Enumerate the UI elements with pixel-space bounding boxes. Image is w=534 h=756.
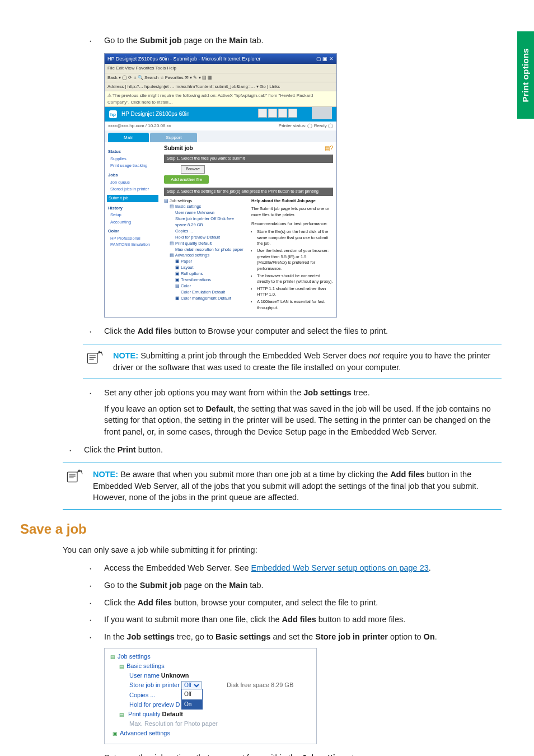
tree-advanced[interactable]: Advanced settings <box>113 729 311 738</box>
tree-max-res: Max. Resolution for Photo paper <box>129 719 311 729</box>
note-icon <box>86 350 104 366</box>
ews-status-row: xxxx@xxx.hp.com / 10.20.08.xxPrinter sta… <box>105 122 336 130</box>
ie-addressbar: Address | http://… hp.designjet … index.… <box>105 82 336 91</box>
save-steps-2: Set any other job options that you want … <box>83 752 502 756</box>
save-steps: Access the Embedded Web Server. See Embe… <box>83 562 502 642</box>
ie-infobar: ⚠ The previous site might require the fo… <box>105 91 336 107</box>
note-icon <box>66 469 84 484</box>
ie-toolbar: Back ▾ ◯ ⟳ ⌂ 🔍 Search ☆ Favorites ✉ ▾ ✎ … <box>105 73 336 82</box>
sidebar-item-submit-job[interactable]: Submit job <box>107 195 158 202</box>
side-tab: Print options <box>517 31 534 119</box>
hp-logo-icon: hp <box>109 110 117 118</box>
ews-job-settings-tree: ▤ Job settings ▤ Basic settings User nam… <box>164 198 246 313</box>
job-settings-tree: Job settings Basic settings User name Un… <box>104 648 317 744</box>
save-step-set-options: Set any other job options that you want … <box>83 752 502 756</box>
printer-icon <box>312 107 332 119</box>
ews-screenshot: HP Designjet Z6100ps 60in - Submit job -… <box>104 53 337 318</box>
top-step-list: Go to the Submit job page on the Main ta… <box>83 35 502 46</box>
tree-hold-preview[interactable]: Hold for preview D <box>129 700 311 710</box>
ews-header: hp HP Designjet Z6100ps 60in <box>105 107 336 122</box>
store-job-option-on[interactable]: On <box>182 699 202 710</box>
ie-menubar: File Edit View Favorites Tools Help <box>105 64 336 73</box>
tree-user-name: User name Unknown <box>129 671 311 680</box>
svg-rect-0 <box>87 353 97 363</box>
ews-tabs: Main Support <box>108 133 333 142</box>
tree-copies[interactable]: Copies ... <box>129 690 311 700</box>
store-job-dropdown[interactable]: Off On <box>181 689 203 710</box>
step-list-4: Click the Print button. <box>63 444 502 456</box>
ews-main: Submit job ▤? Step 1. Select the files y… <box>161 142 336 317</box>
step-list-3: Set any other job options you may want f… <box>83 387 502 437</box>
save-step-more-files: If you want to submit more than one file… <box>83 614 502 626</box>
save-step-access-ews: Access the Embedded Web Server. See Embe… <box>83 562 502 574</box>
step-list-2: Click the Add files button to Browse you… <box>83 325 502 337</box>
step-click-print: Click the Print button. <box>63 444 502 456</box>
add-file-button[interactable]: Add another file <box>164 175 209 184</box>
save-step-add-files: Click the Add files button, browse your … <box>83 597 502 609</box>
browse-button[interactable]: Browse <box>181 165 205 174</box>
note-not-require-driver: NOTE: Submitting a print job through the… <box>83 344 502 379</box>
tool-icon <box>258 109 267 118</box>
help-icon[interactable]: ▤? <box>325 144 333 152</box>
heading-save-job: Save a job <box>20 520 502 539</box>
note-add-files-settings: NOTE: Be aware that when you submit more… <box>63 463 502 510</box>
save-job-lead: You can only save a job while submitting… <box>63 544 502 556</box>
link-ews-setup[interactable]: Embedded Web Server setup options on pag… <box>251 563 429 572</box>
step-goto-submit: Go to the Submit job page on the Main ta… <box>83 35 502 46</box>
step-add-files: Click the Add files button to Browse you… <box>83 325 502 337</box>
tool-icon <box>268 109 277 118</box>
tree-job-settings[interactable]: Job settings <box>110 652 311 661</box>
tool-icon <box>278 109 287 118</box>
tool-icon <box>288 109 297 118</box>
tree-basic-settings[interactable]: Basic settings <box>119 661 311 671</box>
save-step-store-on: In the Job settings tree, go to Basic se… <box>83 631 502 643</box>
step-set-options-detail: If you leave an option set to Default, t… <box>104 403 502 438</box>
tab-support[interactable]: Support <box>150 133 197 142</box>
tree-store-job: Store job in printer Off Off On Disk fre… <box>129 680 311 690</box>
ie-titlebar: HP Designjet Z6100ps 60in - Submit job -… <box>105 54 336 64</box>
tree-print-quality[interactable]: Print quality Default <box>119 710 311 719</box>
ews-help-panel: Help about the Submit Job page The Submi… <box>251 198 333 313</box>
save-step-goto-submit: Go to the Submit job page on the Main ta… <box>83 580 502 591</box>
ews-sidebar: Status Supplies Print usage tracking Job… <box>105 142 161 317</box>
svg-rect-1 <box>67 472 77 482</box>
store-job-option-off[interactable]: Off <box>182 689 202 699</box>
tab-main[interactable]: Main <box>108 133 149 142</box>
step-set-options: Set any other job options you may want f… <box>83 387 502 437</box>
